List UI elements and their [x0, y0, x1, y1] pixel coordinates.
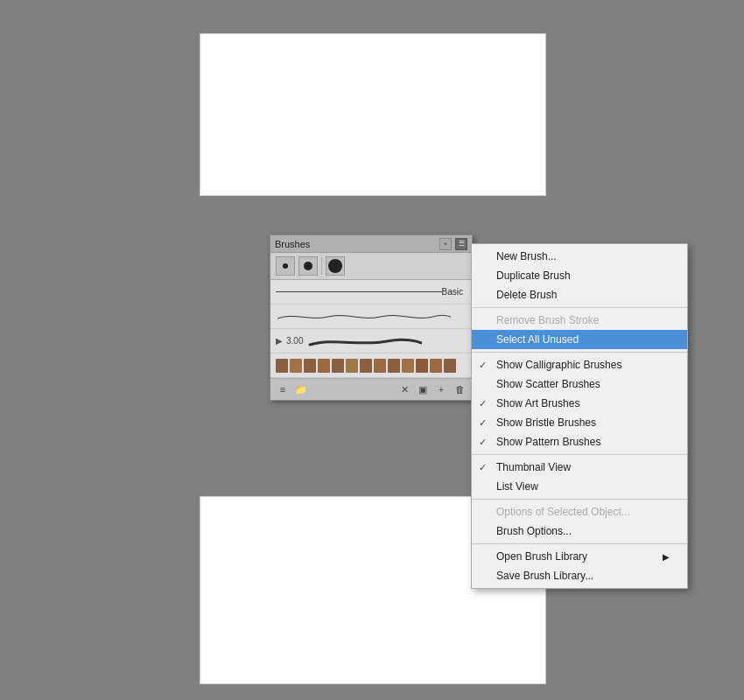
menu-label-duplicate-brush: Duplicate Brush: [496, 270, 571, 282]
check-thumbnail: ✓: [479, 462, 487, 473]
menu-item-select-all-unused[interactable]: Select All Unused: [472, 330, 687, 349]
svg-rect-11: [430, 359, 442, 373]
check-art: ✓: [479, 398, 487, 410]
brushes-panel-title: Brushes: [275, 239, 310, 249]
brushes-toolbar: ≡ 📁 ✕ ▣ + 🗑: [270, 379, 472, 400]
brush-thumbnails-row: [270, 253, 472, 280]
duplicate-brush-icon[interactable]: ▣: [415, 382, 431, 397]
menu-label-show-scatter: Show Scatter Brushes: [496, 378, 600, 390]
brush-dot-small[interactable]: [276, 256, 295, 276]
menu-item-remove-brush-stroke: Remove Brush Stroke: [472, 311, 687, 330]
svg-rect-12: [444, 359, 456, 373]
menu-label-thumbnail-view: Thumbnail View: [496, 461, 571, 473]
brush-item-thick[interactable]: ▶ 3.00: [270, 329, 472, 354]
menu-label-save-brush-library: Save Brush Library...: [496, 570, 593, 582]
basic-label: Basic: [442, 287, 467, 297]
check-calligraphic: ✓: [479, 360, 487, 371]
separator-5: [472, 543, 687, 544]
menu-item-show-calligraphic[interactable]: ✓ Show Calligraphic Brushes: [472, 355, 687, 374]
new-brush-icon[interactable]: +: [433, 382, 449, 397]
brush-dot-large[interactable]: [326, 256, 345, 276]
thick-stroke: [308, 334, 422, 348]
menu-item-show-scatter[interactable]: Show Scatter Brushes: [472, 374, 687, 394]
menu-item-delete-brush[interactable]: Delete Brush: [472, 285, 687, 304]
svg-rect-3: [318, 359, 330, 373]
menu-item-thumbnail-view[interactable]: ✓ Thumbnail View: [472, 458, 687, 477]
menu-label-show-pattern: Show Pattern Brushes: [496, 436, 600, 448]
separator-3: [472, 454, 687, 455]
brushes-title-icons: « ☰: [439, 238, 467, 250]
menu-item-save-brush-library[interactable]: Save Brush Library...: [472, 566, 687, 585]
dot-medium-icon: [304, 262, 312, 270]
menu-item-options-selected: Options of Selected Object...: [472, 502, 687, 522]
canvas-top: [200, 33, 546, 196]
context-menu: New Brush... Duplicate Brush Delete Brus…: [471, 243, 688, 589]
collapse-icon[interactable]: «: [439, 238, 452, 250]
svg-rect-1: [290, 359, 302, 373]
menu-item-brush-options[interactable]: Brush Options...: [472, 522, 687, 541]
menu-icon[interactable]: ☰: [455, 238, 467, 250]
svg-rect-8: [388, 359, 400, 373]
brush-item-wave[interactable]: [270, 304, 472, 329]
brush-list: Basic ▶ 3.00: [270, 280, 472, 379]
thick-label: 3.00: [286, 336, 303, 346]
brushes-panel: Brushes « ☰ Basic ▶: [270, 234, 473, 401]
menu-item-duplicate-brush[interactable]: Duplicate Brush: [472, 266, 687, 285]
svg-rect-4: [332, 359, 344, 373]
menu-label-new-brush: New Brush...: [496, 250, 557, 262]
brush-item-pattern[interactable]: [270, 354, 472, 378]
list-view-icon[interactable]: ≡: [275, 382, 291, 397]
thick-icon: ▶: [276, 336, 283, 346]
delete-brush-icon[interactable]: 🗑: [452, 382, 467, 397]
menu-item-list-view[interactable]: List View: [472, 477, 687, 496]
brush-dot-medium[interactable]: [298, 256, 318, 276]
menu-label-select-all-unused: Select All Unused: [496, 333, 579, 346]
check-bristle: ✓: [479, 417, 487, 429]
menu-item-new-brush[interactable]: New Brush...: [472, 247, 687, 266]
menu-label-remove-brush-stroke: Remove Brush Stroke: [496, 314, 599, 326]
svg-rect-7: [374, 359, 386, 373]
pattern-stroke: [274, 356, 458, 375]
svg-rect-6: [360, 359, 372, 373]
menu-item-show-bristle[interactable]: ✓ Show Bristle Brushes: [472, 413, 687, 432]
menu-label-options-selected: Options of Selected Object...: [496, 506, 630, 518]
menu-label-show-art: Show Art Brushes: [496, 397, 579, 410]
menu-item-show-pattern[interactable]: ✓ Show Pattern Brushes: [472, 432, 687, 452]
menu-label-list-view: List View: [496, 480, 538, 493]
menu-label-show-bristle: Show Bristle Brushes: [496, 416, 596, 429]
svg-rect-9: [402, 359, 414, 373]
menu-label-open-brush-library: Open Brush Library: [496, 550, 587, 563]
separator-2: [472, 352, 687, 353]
remove-brush-icon[interactable]: ✕: [397, 382, 412, 397]
check-pattern: ✓: [479, 437, 487, 448]
wave-stroke: [276, 311, 451, 323]
divider: [321, 257, 322, 275]
separator-4: [472, 499, 687, 500]
svg-rect-2: [304, 359, 316, 373]
dot-large-icon: [328, 259, 342, 273]
menu-item-show-art[interactable]: ✓ Show Art Brushes: [472, 394, 687, 413]
menu-label-brush-options: Brush Options...: [496, 525, 572, 537]
library-icon[interactable]: 📁: [293, 382, 309, 397]
svg-rect-0: [276, 359, 288, 373]
svg-rect-10: [416, 359, 428, 373]
submenu-arrow-icon: ▶: [663, 552, 670, 562]
basic-stroke: [276, 291, 442, 292]
svg-rect-5: [346, 359, 358, 373]
menu-label-show-calligraphic: Show Calligraphic Brushes: [496, 359, 621, 371]
brushes-titlebar: Brushes « ☰: [270, 235, 472, 253]
menu-label-delete-brush: Delete Brush: [496, 289, 557, 301]
brush-item-basic[interactable]: Basic: [270, 280, 472, 304]
menu-item-open-brush-library[interactable]: Open Brush Library ▶: [472, 547, 687, 566]
dot-small-icon: [283, 263, 288, 269]
separator-1: [472, 307, 687, 308]
